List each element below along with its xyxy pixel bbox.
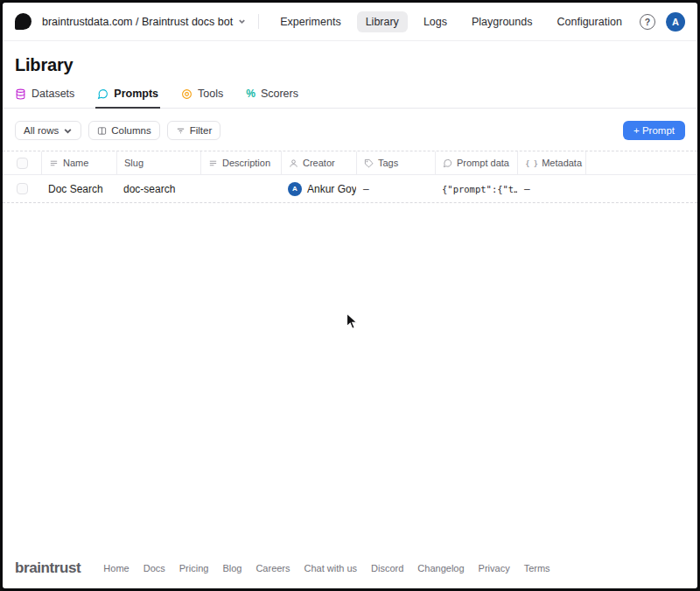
new-prompt-button[interactable]: + Prompt — [623, 121, 685, 140]
chevron-down-icon — [238, 18, 246, 25]
column-header-metadata[interactable]: { } Metadata — [517, 151, 585, 174]
column-header-creator[interactable]: Creator — [281, 151, 356, 174]
footer-link-pricing[interactable]: Pricing — [179, 563, 209, 573]
nav-item-experiments[interactable]: Experiments — [271, 11, 349, 32]
cell-metadata[interactable]: – — [517, 183, 585, 195]
footer-link-discord[interactable]: Discord — [371, 563, 403, 573]
table-toolbar: All rows Columns Filter + Prompt — [3, 109, 697, 151]
percent-icon: % — [246, 88, 256, 100]
chevron-down-icon — [63, 126, 73, 136]
rows-filter-dropdown[interactable]: All rows — [15, 121, 81, 140]
footer-link-chat[interactable]: Chat with us — [304, 563, 358, 573]
footer-link-privacy[interactable]: Privacy — [479, 563, 510, 573]
tab-label: Datasets — [32, 88, 74, 100]
user-avatar[interactable]: A — [666, 12, 685, 32]
table-row[interactable]: Doc Search doc-search A Ankur Goyal – {"… — [3, 175, 697, 203]
library-tabs: Datasets Prompts Tools % Scorers — [3, 88, 697, 109]
text-icon — [49, 158, 59, 168]
text-icon — [208, 158, 218, 168]
cell-prompt-data[interactable]: {"prompt":{"t… — [435, 184, 517, 194]
filter-label: Filter — [190, 125, 213, 136]
columns-icon — [97, 126, 107, 136]
braintrust-logo-icon[interactable] — [15, 13, 32, 30]
footer-link-docs[interactable]: Docs — [144, 563, 165, 573]
column-header-spacer — [585, 151, 697, 174]
empty-area — [3, 203, 697, 548]
column-header-name[interactable]: Name — [41, 151, 116, 174]
footer-link-home[interactable]: Home — [103, 563, 129, 573]
creator-avatar: A — [288, 182, 302, 196]
footer-link-blog[interactable]: Blog — [222, 563, 242, 573]
filter-icon — [176, 126, 186, 136]
tab-label: Prompts — [114, 88, 158, 100]
table-header: Name Slug Description Creator Tags Promp… — [3, 151, 697, 175]
top-nav: braintrustdata.com / Braintrust docs bot… — [3, 3, 697, 41]
rows-filter-label: All rows — [24, 125, 59, 136]
select-all-checkbox[interactable] — [17, 158, 28, 169]
chat-bubble-icon — [443, 158, 452, 168]
footer-link-careers[interactable]: Careers — [256, 563, 290, 573]
breadcrumb: braintrustdata.com / Braintrust docs bot — [42, 16, 233, 28]
tab-label: Scorers — [261, 88, 298, 100]
footer-link-changelog[interactable]: Changelog — [417, 563, 464, 573]
footer-link-terms[interactable]: Terms — [524, 563, 550, 573]
nav-item-library[interactable]: Library — [357, 11, 408, 32]
app-window: braintrustdata.com / Braintrust docs bot… — [0, 0, 700, 591]
tab-datasets[interactable]: Datasets — [15, 88, 74, 108]
database-icon — [15, 88, 26, 100]
nav-item-configuration[interactable]: Configuration — [548, 11, 630, 32]
row-checkbox[interactable] — [17, 183, 28, 194]
footer: braintrust Home Docs Pricing Blog Career… — [3, 548, 697, 588]
chat-bubble-icon — [97, 88, 108, 100]
braintrust-wordmark: braintrust — [15, 559, 80, 577]
nav-item-playgrounds[interactable]: Playgrounds — [463, 11, 542, 32]
cell-creator[interactable]: A Ankur Goyal — [281, 182, 356, 196]
column-header-slug[interactable]: Slug — [116, 151, 200, 174]
tab-tools[interactable]: Tools — [181, 88, 223, 108]
nav-item-logs[interactable]: Logs — [415, 11, 456, 32]
org-project-switcher[interactable]: braintrustdata.com / Braintrust docs bot — [42, 16, 246, 28]
page-title: Library — [3, 41, 697, 88]
creator-name: Ankur Goyal — [307, 183, 356, 195]
braces-icon: { } — [525, 158, 537, 168]
column-header-description[interactable]: Description — [200, 151, 281, 174]
column-header-tags[interactable]: Tags — [356, 151, 435, 174]
columns-button[interactable]: Columns — [88, 121, 159, 140]
column-header-prompt-data[interactable]: Prompt data — [435, 151, 517, 174]
cell-tags[interactable]: – — [356, 183, 435, 195]
columns-label: Columns — [111, 125, 150, 136]
tab-label: Tools — [198, 88, 223, 100]
cell-slug[interactable]: doc-search — [116, 183, 200, 195]
cell-name[interactable]: Doc Search — [41, 183, 116, 195]
tab-prompts[interactable]: Prompts — [97, 88, 158, 108]
tag-icon — [364, 158, 374, 168]
person-icon — [289, 158, 298, 168]
tab-scorers[interactable]: % Scorers — [246, 88, 298, 108]
filter-button[interactable]: Filter — [167, 121, 221, 140]
help-icon[interactable]: ? — [640, 14, 655, 30]
nav-divider — [258, 14, 259, 29]
tools-icon — [181, 88, 192, 100]
